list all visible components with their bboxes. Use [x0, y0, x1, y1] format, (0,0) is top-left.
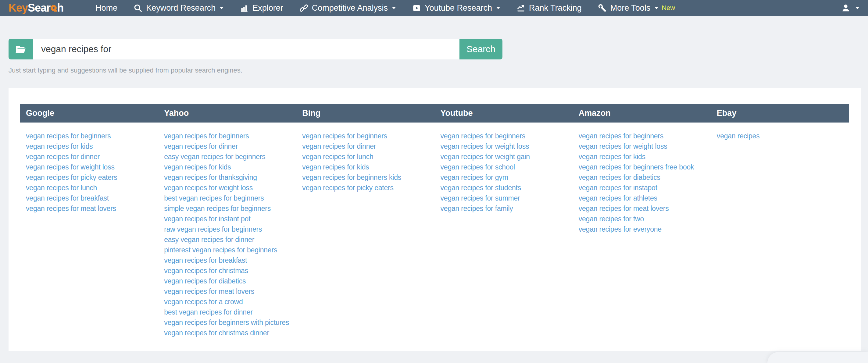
- suggestion-link[interactable]: vegan recipes for meat lovers: [164, 286, 296, 297]
- suggestion-link[interactable]: vegan recipes for beginners: [164, 131, 296, 141]
- logo-text-key: Key: [8, 2, 28, 14]
- chevron-down-icon: [855, 7, 860, 9]
- chevron-down-icon: [392, 7, 396, 9]
- suggestion-column-google: vegan recipes for beginnersvegan recipes…: [20, 131, 158, 338]
- suggestion-link[interactable]: vegan recipes for students: [440, 183, 572, 193]
- nav-item-youtube-research[interactable]: Youtube Research: [404, 0, 508, 16]
- folder-icon: [15, 43, 26, 55]
- nav-youtube-research-label: Youtube Research: [425, 3, 492, 13]
- saved-lists-button[interactable]: [8, 39, 33, 59]
- suggestion-link[interactable]: vegan recipes for meat lovers: [26, 203, 158, 213]
- suggestion-link[interactable]: vegan recipes for family: [440, 203, 572, 213]
- suggestion-link[interactable]: vegan recipes for instant pot: [164, 213, 296, 224]
- bar-chart-icon: [240, 4, 248, 12]
- account-menu[interactable]: [841, 3, 860, 12]
- suggestion-link[interactable]: vegan recipes for weight gain: [440, 152, 572, 162]
- nav-item-more-tools[interactable]: More Tools New: [590, 0, 684, 16]
- suggestion-link[interactable]: vegan recipes for picky eaters: [26, 172, 158, 183]
- suggestion-link[interactable]: vegan recipes for beginners: [579, 131, 710, 141]
- keysearch-logo[interactable]: KeySearh: [8, 2, 63, 14]
- suggestion-link[interactable]: vegan recipes for diabetics: [579, 172, 710, 183]
- top-navbar: KeySearh Home Keyword Research Explorer …: [0, 0, 868, 16]
- suggestion-link[interactable]: best vegan recipes for dinner: [164, 307, 296, 317]
- suggestions-panel: GoogleYahooBingYoutubeAmazonEbay vegan r…: [8, 88, 861, 351]
- column-header-yahoo: Yahoo: [158, 108, 296, 118]
- suggestion-link[interactable]: vegan recipes for weight loss: [26, 162, 158, 172]
- nav-explorer-label: Explorer: [252, 3, 283, 13]
- nav-item-explorer[interactable]: Explorer: [232, 0, 291, 16]
- search-button[interactable]: Search: [460, 39, 502, 59]
- search-helper-text: Just start typing and suggestions will b…: [8, 66, 860, 74]
- suggestion-link[interactable]: easy vegan recipes for beginners: [164, 152, 296, 162]
- search-icon: [134, 4, 142, 12]
- nav-item-home[interactable]: Home: [87, 0, 126, 16]
- suggestion-link[interactable]: vegan recipes for a crowd: [164, 297, 296, 307]
- keyword-search-input[interactable]: [33, 39, 460, 59]
- suggestion-link[interactable]: vegan recipes for kids: [302, 162, 434, 172]
- suggestion-column-bing: vegan recipes for beginnersvegan recipes…: [296, 131, 434, 338]
- suggestion-link[interactable]: vegan recipes for meat lovers: [579, 203, 710, 213]
- suggestion-link[interactable]: vegan recipes for diabetics: [164, 276, 296, 286]
- suggestion-link[interactable]: vegan recipes for two: [579, 213, 710, 224]
- magnifier-logo-icon: [51, 5, 57, 11]
- suggestion-link[interactable]: vegan recipes for kids: [26, 141, 158, 152]
- suggestion-link[interactable]: vegan recipes for thanksgiving: [164, 172, 296, 183]
- nav-item-keyword-research[interactable]: Keyword Research: [126, 0, 232, 16]
- suggestion-link[interactable]: vegan recipes for lunch: [26, 183, 158, 193]
- suggestion-column-ebay: vegan recipes: [711, 131, 849, 338]
- nav-more-tools-label: More Tools: [610, 3, 651, 13]
- nav-item-competitive-analysis[interactable]: Competitive Analysis: [291, 0, 404, 16]
- link-icon: [300, 4, 308, 12]
- suggestion-column-yahoo: vegan recipes for beginnersvegan recipes…: [158, 131, 296, 338]
- suggestion-link[interactable]: vegan recipes for kids: [164, 162, 296, 172]
- logo-text-sear: Sear: [28, 2, 50, 14]
- column-header-amazon: Amazon: [573, 108, 711, 118]
- suggestions-header-row: GoogleYahooBingYoutubeAmazonEbay: [20, 104, 849, 123]
- suggestion-link[interactable]: vegan recipes for dinner: [302, 141, 434, 152]
- chat-widget-peek[interactable]: [767, 352, 868, 363]
- suggestion-link[interactable]: vegan recipes for picky eaters: [302, 183, 434, 193]
- suggestion-link[interactable]: simple vegan recipes for beginners: [164, 203, 296, 213]
- suggestion-link[interactable]: vegan recipes for beginners: [440, 131, 572, 141]
- suggestion-link[interactable]: vegan recipes for breakfast: [26, 193, 158, 203]
- column-header-google: Google: [20, 108, 158, 118]
- suggestion-link[interactable]: vegan recipes for instapot: [579, 183, 710, 193]
- column-header-youtube: Youtube: [435, 108, 573, 118]
- nav-competitive-analysis-label: Competitive Analysis: [312, 3, 388, 13]
- wrench-icon: [598, 4, 607, 12]
- column-header-ebay: Ebay: [711, 108, 849, 118]
- suggestion-link[interactable]: easy vegan recipes for dinner: [164, 234, 296, 245]
- suggestion-link[interactable]: vegan recipes for dinner: [26, 152, 158, 162]
- suggestion-link[interactable]: vegan recipes for breakfast: [164, 255, 296, 265]
- suggestion-link[interactable]: vegan recipes for gym: [440, 172, 572, 183]
- suggestion-link[interactable]: vegan recipes for beginners: [26, 131, 158, 141]
- suggestion-link[interactable]: vegan recipes for dinner: [164, 141, 296, 152]
- suggestion-link[interactable]: vegan recipes for beginners kids: [302, 172, 434, 183]
- suggestion-link[interactable]: vegan recipes for christmas: [164, 265, 296, 276]
- suggestion-column-youtube: vegan recipes for beginnersvegan recipes…: [435, 131, 573, 338]
- suggestion-link[interactable]: raw vegan recipes for beginners: [164, 224, 296, 234]
- nav-keyword-research-label: Keyword Research: [146, 3, 216, 13]
- suggestion-link[interactable]: pinterest vegan recipes for beginners: [164, 245, 296, 255]
- suggestion-link[interactable]: vegan recipes for beginners free book: [579, 162, 710, 172]
- line-chart-icon: [517, 4, 525, 12]
- chevron-down-icon: [219, 7, 224, 9]
- suggestion-link[interactable]: vegan recipes for everyone: [579, 224, 710, 234]
- nav-item-rank-tracking[interactable]: Rank Tracking: [508, 0, 590, 16]
- suggestion-link[interactable]: vegan recipes for school: [440, 162, 572, 172]
- suggestion-link[interactable]: vegan recipes for kids: [579, 152, 710, 162]
- suggestion-link[interactable]: vegan recipes: [717, 131, 848, 141]
- suggestion-link[interactable]: vegan recipes for weight loss: [164, 183, 296, 193]
- nav-rank-tracking-label: Rank Tracking: [529, 3, 582, 13]
- logo-text-h: h: [57, 2, 63, 14]
- suggestion-link[interactable]: vegan recipes for beginners: [302, 131, 434, 141]
- suggestion-link[interactable]: best vegan recipes for beginners: [164, 193, 296, 203]
- suggestion-link[interactable]: vegan recipes for athletes: [579, 193, 710, 203]
- suggestion-link[interactable]: vegan recipes for weight loss: [579, 141, 710, 152]
- suggestion-link[interactable]: vegan recipes for summer: [440, 193, 572, 203]
- suggestion-link[interactable]: vegan recipes for weight loss: [440, 141, 572, 152]
- suggestion-link[interactable]: vegan recipes for beginners with picture…: [164, 317, 296, 328]
- new-badge: New: [661, 4, 675, 12]
- suggestion-link[interactable]: vegan recipes for christmas dinner: [164, 328, 296, 338]
- suggestion-link[interactable]: vegan recipes for lunch: [302, 152, 434, 162]
